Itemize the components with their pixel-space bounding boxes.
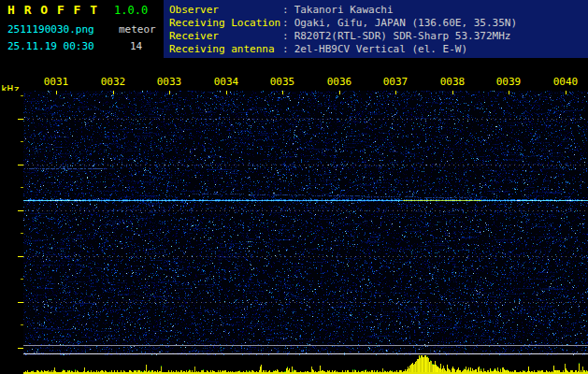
time-tick-label: 0032 xyxy=(99,76,127,88)
info-separator: : xyxy=(282,43,289,55)
time-tick-label: 0040 xyxy=(552,76,580,88)
info-value: Takanori Kawachi xyxy=(294,4,394,16)
time-tick-label: 0033 xyxy=(155,76,183,88)
spectrogram-canvas xyxy=(0,91,588,374)
time-tick-label: 0035 xyxy=(268,76,296,88)
app-version: 1.0.0 xyxy=(114,4,148,17)
output-filename: 2511190030.png xyxy=(7,23,94,36)
info-label: Receiving antenna xyxy=(169,43,282,55)
info-label: Receiving Location xyxy=(169,17,282,29)
echo-count: 14 xyxy=(130,40,142,52)
app-title: H R O F F T xyxy=(7,3,98,17)
info-value: 2el-HB9CV Vertical (el. E-W) xyxy=(294,43,467,55)
station-info-panel: Observer:Takanori Kawachi Receiving Loca… xyxy=(164,0,588,58)
info-row-observer: Observer:Takanori Kawachi xyxy=(169,4,588,17)
info-row-receiver: Receiver:R820T2(RTL-SDR) SDR-Sharp 53.37… xyxy=(169,30,588,43)
time-tick-label: 0039 xyxy=(495,76,523,88)
info-separator: : xyxy=(282,4,289,16)
info-row-location: Receiving Location:Ogaki, Gifu, JAPAN (1… xyxy=(169,17,588,30)
info-separator: : xyxy=(282,30,289,42)
time-tick-label: 0038 xyxy=(438,76,466,88)
time-tick-label: 0034 xyxy=(212,76,240,88)
time-tick-label: 0037 xyxy=(381,76,409,88)
info-row-antenna: Receiving antenna:2el-HB9CV Vertical (el… xyxy=(169,43,588,56)
info-label: Receiver xyxy=(169,30,282,42)
info-value: Ogaki, Gifu, JAPAN (136.60E, 35.35N) xyxy=(294,17,517,29)
time-tick-label: 0031 xyxy=(42,76,70,88)
info-value: R820T2(RTL-SDR) SDR-Sharp 53.372MHz xyxy=(294,30,511,42)
hrofft-window: H R O F F T 1.0.0 2511190030.png meteor … xyxy=(0,0,588,374)
timestamp: 25.11.19 00:30 xyxy=(7,40,94,52)
info-separator: : xyxy=(282,17,289,29)
info-label: Observer xyxy=(169,4,282,16)
mode-label: meteor xyxy=(119,23,156,36)
time-tick-label: 0036 xyxy=(325,76,353,88)
